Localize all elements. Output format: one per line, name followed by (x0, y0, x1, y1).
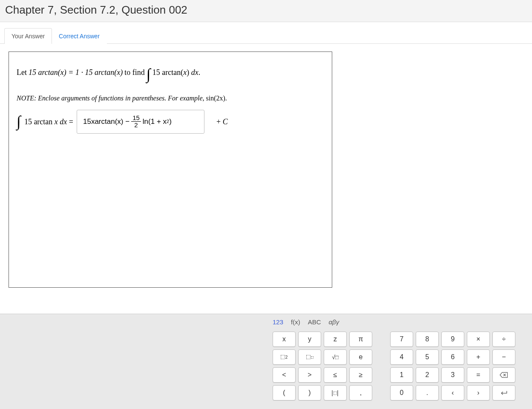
note-example: sin(2x). (206, 94, 227, 102)
frac-den: 2 (133, 122, 139, 129)
answer-text-1: 15xarctan(x) − (83, 116, 129, 127)
answer-tabs: Your Answer Correct Answer (4, 28, 532, 44)
page-header: Chapter 7, Section 7.2, Question 002 (0, 0, 532, 22)
page-title: Chapter 7, Section 7.2, Question 002 (5, 3, 527, 17)
note-text: NOTE: Enclose arguments of functions in … (17, 94, 206, 102)
tab-correct-answer[interactable]: Correct Answer (52, 28, 107, 44)
prompt-tofind: to find (124, 66, 145, 79)
answer-text-3: ) (169, 116, 172, 127)
tab-your-answer[interactable]: Your Answer (4, 28, 52, 44)
answer-input[interactable]: 15xarctan(x) − 15 2 ln(1 + x2) (77, 110, 204, 134)
answer-text-2: ln(1 + x (143, 116, 167, 127)
answer-row: ∫ 15 arctan x dx = 15xarctan(x) − 15 2 l… (17, 109, 324, 134)
integral-icon: ∫ (147, 62, 151, 87)
plus-c: + C (216, 116, 228, 128)
answer-fraction: 15 2 (131, 114, 141, 129)
prompt-let: Let (17, 66, 27, 79)
frac-num: 15 (131, 114, 141, 122)
content-area: Let 15 arctan(x) = 1 · 15 arctan(x) to f… (0, 44, 532, 295)
question-box: Let 15 arctan(x) = 1 · 15 arctan(x) to f… (9, 51, 332, 288)
integral-icon-2: ∫ (17, 109, 21, 134)
question-prompt: Let 15 arctan(x) = 1 · 15 arctan(x) to f… (17, 60, 324, 85)
question-note: NOTE: Enclose arguments of functions in … (17, 93, 324, 104)
